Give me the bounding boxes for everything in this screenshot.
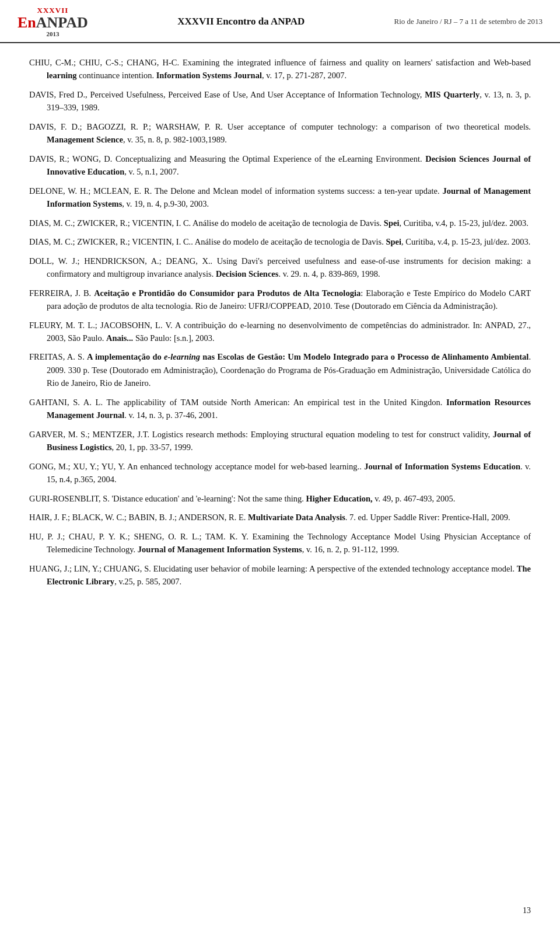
reference-item: HAIR, J. F.; BLACK, W. C.; BABIN, B. J.;… <box>29 511 531 524</box>
logo-brand: EnANPAD <box>18 15 88 30</box>
references-list: CHIU, C-M.; CHIU, C-S.; CHANG, H-C. Exam… <box>29 56 531 588</box>
reference-item: GONG, M.; XU, Y.; YU, Y. An enhanced tec… <box>29 460 531 486</box>
reference-item: DIAS, M. C.; ZWICKER, R.; VICENTIN, I. C… <box>29 217 531 229</box>
conference-location: Rio de Janeiro / RJ – 7 a 11 de setembro… <box>394 17 542 26</box>
reference-item: CHIU, C-M.; CHIU, C-S.; CHANG, H-C. Exam… <box>29 56 531 82</box>
page-header: XXXVII EnANPAD 2013 XXXVII Encontro da A… <box>0 0 560 43</box>
reference-item: DOLL, W. J.; HENDRICKSON, A.; DEANG, X..… <box>29 255 531 281</box>
logo-brand-dark: ANPAD <box>36 14 88 31</box>
page-number: 13 <box>523 906 531 915</box>
reference-item: FLEURY, M. T. L.; JACOBSOHN, L. V. A con… <box>29 319 531 345</box>
reference-item: HUANG, J.; LIN, Y.; CHUANG, S. Elucidati… <box>29 562 531 588</box>
reference-item: DAVIS, F. D.; BAGOZZI, R. P.; WARSHAW, P… <box>29 120 531 147</box>
logo-year: 2013 <box>46 30 59 37</box>
main-content: CHIU, C-M.; CHIU, C-S.; CHANG, H-C. Exam… <box>0 43 560 629</box>
conference-title: XXXVII Encontro da ANPAD <box>100 16 383 27</box>
reference-item: FREITAS, A. S. A implementação do e-lear… <box>29 350 531 389</box>
logo-block: XXXVII EnANPAD 2013 <box>18 6 88 37</box>
reference-item: FERREIRA, J. B. Aceitação e Prontidão do… <box>29 287 531 313</box>
reference-item: HU, P. J.; CHAU, P. Y. K.; SHENG, O. R. … <box>29 530 531 556</box>
reference-item: DAVIS, R.; WONG, D. Conceptualizing and … <box>29 152 531 179</box>
reference-item: DELONE, W. H.; MCLEAN, E. R. The Delone … <box>29 184 531 211</box>
reference-item: DIAS, M. C.; ZWICKER, R.; VICENTIN, I. C… <box>29 235 531 248</box>
reference-item: GARVER, M. S.; MENTZER, J.T. Logistics r… <box>29 428 531 454</box>
reference-item: GURI-ROSENBLIT, S. 'Distance education' … <box>29 492 531 505</box>
reference-item: DAVIS, Fred D., Perceived Usefulness, Pe… <box>29 88 531 114</box>
logo-brand-red: En <box>18 14 36 31</box>
reference-item: GAHTANI, S. A. L. The applicability of T… <box>29 396 531 422</box>
